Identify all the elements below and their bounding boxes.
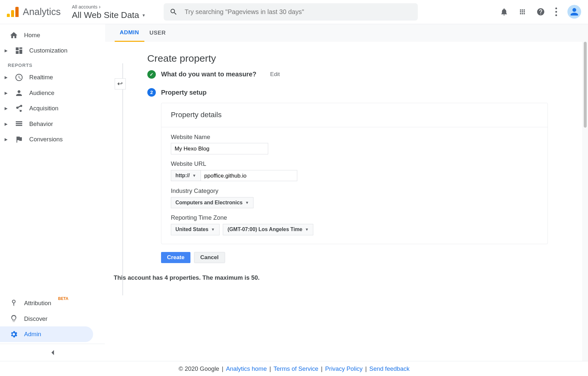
svg-point-2	[555, 14, 557, 16]
home-icon	[9, 31, 18, 39]
step-timeline	[122, 63, 123, 296]
nav-realtime[interactable]: ▶ Realtime	[0, 70, 105, 85]
dashboard-icon	[15, 46, 23, 55]
industry-select[interactable]: Computers and Electronics▼	[171, 197, 253, 208]
chevron-down-icon: ▼	[192, 173, 196, 178]
app-header: Analytics All accounts › All Web Site Da…	[0, 0, 588, 24]
svg-point-0	[555, 8, 557, 9]
flag-icon	[15, 135, 23, 144]
step-current-badge: 2	[147, 88, 156, 97]
account-name: All Web Site Data	[72, 10, 139, 20]
step-2: 2 Property setup	[147, 88, 548, 97]
create-button[interactable]: Create	[161, 252, 190, 263]
product-name: Analytics	[23, 7, 61, 17]
card-title: Property details	[161, 103, 547, 127]
nav-conversions[interactable]: ▶ Conversions	[0, 132, 105, 147]
gear-icon	[9, 330, 18, 338]
beta-badge: BETA	[58, 296, 68, 301]
account-selector[interactable]: All accounts › All Web Site Data▼	[72, 3, 146, 20]
footer-privacy[interactable]: Privacy Policy	[325, 365, 363, 372]
apps-icon[interactable]	[519, 8, 526, 15]
list-icon	[15, 119, 23, 128]
search-icon	[170, 8, 178, 16]
edit-step-1[interactable]: Edit	[270, 71, 280, 78]
chevron-down-icon: ▼	[142, 13, 146, 18]
chevron-right-icon: ▶	[4, 91, 8, 95]
property-details-card: Property details Website Name Website UR…	[161, 103, 548, 244]
search-box[interactable]	[164, 3, 418, 21]
website-name-label: Website Name	[171, 133, 538, 141]
chevron-right-icon: ▶	[4, 138, 8, 141]
website-name-input[interactable]	[171, 143, 268, 154]
industry-label: Industry Category	[171, 187, 538, 195]
admin-tabs: ADMIN USER	[105, 24, 588, 42]
svg-point-1	[555, 11, 557, 13]
more-icon[interactable]	[555, 8, 557, 16]
tab-user[interactable]: USER	[144, 24, 171, 42]
footer-copyright: © 2020 Google	[179, 365, 219, 372]
nav-attribution[interactable]: AttributionBETA	[0, 296, 105, 311]
clock-icon	[15, 73, 23, 82]
search-input[interactable]	[185, 8, 412, 16]
website-url-input[interactable]	[201, 170, 297, 181]
tz-value-select[interactable]: (GMT-07:00) Los Angeles Time▼	[223, 224, 313, 235]
chevron-left-icon	[50, 350, 55, 355]
footer-feedback[interactable]: Send feedback	[369, 365, 410, 372]
step-2-title: Property setup	[161, 89, 206, 96]
nav-home[interactable]: Home	[0, 27, 105, 43]
account-breadcrumb: All accounts ›	[72, 3, 146, 10]
lightbulb-icon	[9, 314, 18, 323]
help-icon[interactable]	[536, 8, 545, 16]
nav-customization[interactable]: ▶ Customization	[0, 43, 105, 58]
nav-acquisition[interactable]: ▶ Acquisition	[0, 101, 105, 116]
left-nav: Home ▶ Customization REPORTS ▶ Realtime …	[0, 24, 105, 361]
cancel-button[interactable]: Cancel	[194, 252, 225, 263]
step-done-icon: ✓	[147, 70, 156, 79]
properties-limit-text: This account has 4 properties. The maxim…	[114, 274, 548, 281]
nav-section-reports: REPORTS	[0, 58, 105, 70]
protocol-select[interactable]: http://▼	[171, 170, 201, 181]
nav-audience[interactable]: ▶ Audience	[0, 85, 105, 101]
nav-behavior[interactable]: ▶ Behavior	[0, 116, 105, 132]
chevron-right-icon: ▶	[4, 107, 8, 110]
tab-admin[interactable]: ADMIN	[115, 24, 144, 42]
timezone-label: Reporting Time Zone	[171, 214, 538, 221]
person-icon	[569, 6, 580, 17]
main-pane: ADMIN USER ↩ Create property ✓ What do y…	[105, 24, 588, 361]
step-1: ✓ What do you want to measure? Edit	[147, 70, 548, 79]
step-1-title: What do you want to measure?	[161, 70, 256, 78]
chevron-right-icon: ▶	[4, 76, 8, 79]
chevron-right-icon: ▶	[4, 49, 8, 53]
chevron-down-icon: ▼	[245, 200, 249, 205]
footer-tos[interactable]: Terms of Service	[273, 365, 318, 372]
analytics-logo-icon	[7, 7, 19, 17]
chevron-down-icon: ▼	[305, 227, 309, 232]
person-icon	[15, 89, 23, 97]
share-icon	[15, 104, 23, 113]
chevron-right-icon: ▶	[4, 122, 8, 126]
content-area: ↩ Create property ✓ What do you want to …	[105, 42, 582, 361]
back-button[interactable]: ↩	[115, 78, 126, 89]
nav-admin[interactable]: Admin	[0, 326, 93, 342]
collapse-nav-button[interactable]	[0, 344, 105, 361]
user-avatar[interactable]	[567, 5, 581, 19]
scrollbar[interactable]	[584, 42, 587, 128]
product-logo[interactable]: Analytics	[7, 7, 61, 17]
attribution-icon	[9, 299, 18, 307]
page-title: Create property	[147, 53, 548, 64]
notifications-icon[interactable]	[500, 8, 508, 16]
nav-discover[interactable]: Discover	[0, 311, 105, 326]
chevron-down-icon: ▼	[211, 227, 215, 232]
tz-country-select[interactable]: United States▼	[171, 224, 220, 235]
footer: © 2020 Google | Analytics home | Terms o…	[0, 361, 588, 376]
website-url-label: Website URL	[171, 160, 538, 167]
footer-analytics-home[interactable]: Analytics home	[226, 365, 267, 372]
